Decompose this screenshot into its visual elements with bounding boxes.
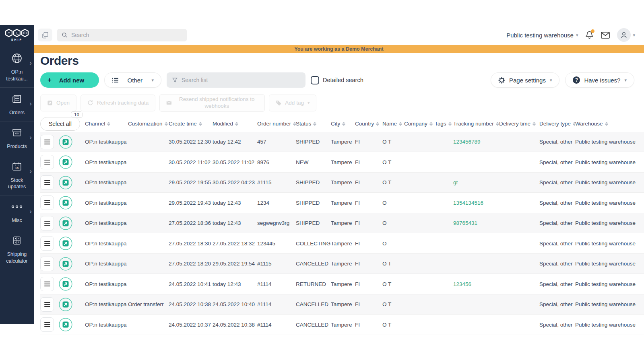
cell-delivery_type: Special, other <box>539 241 575 247</box>
row-menu-button[interactable] <box>40 277 54 291</box>
notifications-button[interactable] <box>585 31 594 39</box>
table-row: OP:n testikauppaOrder transferr24.05.202… <box>40 294 644 315</box>
column-header-tracking_number[interactable]: Tracking number <box>453 121 499 127</box>
column-header-name[interactable]: Name <box>382 121 404 127</box>
cell-channel: OP:n testikauppa <box>85 261 128 267</box>
column-header-modified[interactable]: Modified <box>213 121 257 127</box>
row-open-button[interactable] <box>59 216 72 230</box>
column-header-country[interactable]: Country <box>355 121 382 127</box>
other-dropdown-button[interactable]: Other ▾ <box>104 72 161 88</box>
row-menu-button[interactable] <box>40 317 54 332</box>
column-header-order_number[interactable]: Order number <box>257 121 296 127</box>
chevron-right-icon: › <box>29 134 32 142</box>
cell-name: O <box>382 220 404 226</box>
row-open-button[interactable] <box>59 257 72 271</box>
checkbox-icon[interactable] <box>311 76 319 84</box>
table-row: OP:n testikauppa24.05.2022 10:41today 12… <box>40 274 644 294</box>
cell-tracking_number[interactable]: 1354134516 <box>453 200 499 206</box>
sidebar-item-shop[interactable]: OP:n testikau... › <box>0 47 34 87</box>
sidebar-item-stock-updates[interactable]: 15 Stock updates › <box>0 155 34 195</box>
app-logo[interactable]: SHIP <box>0 25 34 47</box>
refresh-tracking-button[interactable]: Refresh tracking data <box>80 95 155 111</box>
search-input[interactable] <box>71 32 182 38</box>
cell-channel: OP:n testikauppa <box>85 220 128 226</box>
cell-tracking_number[interactable]: 98765431 <box>453 220 499 226</box>
add-new-button[interactable]: + Add new <box>40 72 99 88</box>
messages-button[interactable] <box>601 32 610 39</box>
cell-channel: OP:n testikauppa <box>85 139 128 145</box>
external-link-icon <box>59 135 72 149</box>
column-header-create_time[interactable]: Create time <box>169 121 213 127</box>
resend-webhooks-button[interactable]: Resend shipped notifications to webhooks <box>159 94 265 112</box>
row-open-button[interactable] <box>59 196 72 210</box>
external-link-icon <box>59 155 72 169</box>
row-menu-button[interactable] <box>40 155 54 169</box>
cell-modified: today 12:43 <box>213 200 257 206</box>
row-menu-button[interactable] <box>40 297 54 312</box>
select-all-button[interactable]: Select all <box>40 117 80 131</box>
column-header-warehouse[interactable]: Warehouse <box>575 121 644 127</box>
have-issues-button[interactable]: ? Have issues? ▾ <box>565 72 634 88</box>
row-open-button[interactable] <box>59 277 72 291</box>
open-button[interactable]: Open <box>40 95 76 111</box>
row-open-button[interactable] <box>59 318 72 331</box>
add-tag-button[interactable]: Add tag ▾ <box>269 95 316 111</box>
row-open-button[interactable] <box>59 298 72 311</box>
cell-name: O T <box>382 281 404 287</box>
cell-create_time: 24.05.2022 10:38 <box>169 301 213 307</box>
row-menu-button[interactable] <box>40 195 54 210</box>
open-icon <box>47 100 53 106</box>
row-open-button[interactable] <box>59 155 72 169</box>
column-label: Warehouse <box>575 121 603 127</box>
other-label: Other <box>127 77 142 84</box>
column-header-tags[interactable]: Tags <box>435 121 453 127</box>
banner-text: You are working as a Demo Merchant <box>294 46 383 52</box>
external-link-icon <box>59 298 72 311</box>
warehouse-selector[interactable]: Public testing warehouse ▾ <box>506 32 578 39</box>
row-menu-button[interactable] <box>40 175 54 190</box>
cell-create_time: 27.05.2022 18:36 <box>169 220 213 226</box>
column-header-city[interactable]: City <box>331 121 355 127</box>
cell-tracking_number[interactable]: gt <box>453 179 499 185</box>
chevron-down-icon[interactable]: ▾ <box>633 33 635 38</box>
external-link-icon <box>59 196 72 210</box>
column-header-channel[interactable]: Channel <box>85 121 128 127</box>
column-label: Country <box>355 121 374 127</box>
cell-delivery_type: Special, other <box>539 281 575 287</box>
table-row: OP:n testikauppa29.05.2022 19:43today 12… <box>40 193 644 213</box>
row-menu-button[interactable] <box>40 236 54 251</box>
cell-city: Tampere <box>331 301 355 307</box>
sidebar-item-products[interactable]: Products › <box>0 121 34 155</box>
cell-tracking_number[interactable]: 123456 <box>453 281 499 287</box>
sidebar-item-shipping-calculator[interactable]: Shipping calculator <box>0 229 34 269</box>
column-header-delivery_type[interactable]: Delivery type <box>539 121 575 127</box>
sidebar-item-misc[interactable]: Misc › <box>0 195 34 229</box>
column-label: City <box>331 121 340 127</box>
sidebar-item-label: Stock updates <box>2 177 32 191</box>
column-header-customization[interactable]: Customization <box>128 121 169 127</box>
cell-status: SHIPPED <box>296 200 331 206</box>
selected-count-badge: 10 <box>71 111 83 118</box>
global-search <box>57 29 187 41</box>
row-open-button[interactable] <box>59 135 72 149</box>
detailed-search-toggle[interactable]: Detailed search <box>311 76 363 84</box>
row-menu-button[interactable] <box>40 257 54 271</box>
cell-create_time: 29.05.2022 19:55 <box>169 179 213 185</box>
search-list-input[interactable] <box>182 77 300 83</box>
row-menu-button[interactable] <box>40 135 54 149</box>
duplicate-tab-button[interactable] <box>38 29 52 41</box>
user-avatar[interactable] <box>617 28 631 42</box>
column-header-delivery_time[interactable]: Delivery time <box>499 121 539 127</box>
column-header-status[interactable]: Status <box>296 121 331 127</box>
row-open-button[interactable] <box>59 176 72 189</box>
cell-tracking_number[interactable]: 123456789 <box>453 139 499 145</box>
column-label: Delivery type <box>539 121 571 127</box>
page-settings-button[interactable]: Page settings ▾ <box>491 72 559 88</box>
column-header-company[interactable]: Company <box>404 121 435 127</box>
row-open-button[interactable] <box>59 237 72 250</box>
envelope-x-icon <box>166 100 172 105</box>
cell-modified: 30.05.2022 04:23 <box>213 179 257 185</box>
row-menu-button[interactable] <box>40 216 54 230</box>
sidebar-item-orders[interactable]: Orders › <box>0 87 34 121</box>
table-row: OP:n testikauppa24.05.2022 10:3724.05.20… <box>40 315 644 335</box>
